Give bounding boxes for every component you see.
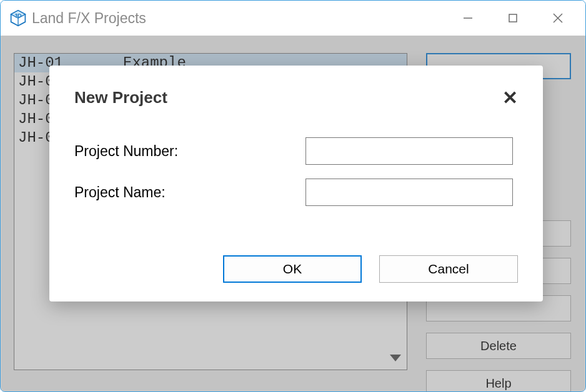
- modal-buttons: OK Cancel: [223, 255, 518, 283]
- svg-text:3D: 3D: [14, 12, 21, 19]
- titlebar: 3D Land F/X Projects: [1, 1, 585, 36]
- main-window: 3D Land F/X Projects JH-01 Example JH-0: [0, 0, 586, 392]
- project-name-input[interactable]: [305, 179, 513, 206]
- close-button[interactable]: [535, 6, 580, 31]
- modal-header: New Project ✕: [74, 88, 518, 107]
- close-icon[interactable]: ✕: [502, 89, 518, 107]
- minimize-button[interactable]: [445, 6, 490, 31]
- project-number-input[interactable]: [305, 137, 513, 165]
- new-project-dialog: New Project ✕ Project Number: Project Na…: [49, 66, 543, 301]
- cancel-button[interactable]: Cancel: [379, 255, 518, 283]
- project-name-row: Project Name:: [74, 179, 518, 206]
- ok-button[interactable]: OK: [223, 255, 362, 283]
- modal-title: New Project: [74, 88, 167, 107]
- svg-rect-5: [509, 14, 517, 22]
- project-number-row: Project Number:: [74, 137, 518, 165]
- window-controls: [445, 6, 580, 31]
- app-icon: 3D: [9, 9, 27, 27]
- maximize-button[interactable]: [490, 6, 535, 31]
- window-title: Land F/X Projects: [32, 10, 445, 27]
- project-name-label: Project Name:: [74, 184, 305, 201]
- project-number-label: Project Number:: [74, 143, 305, 160]
